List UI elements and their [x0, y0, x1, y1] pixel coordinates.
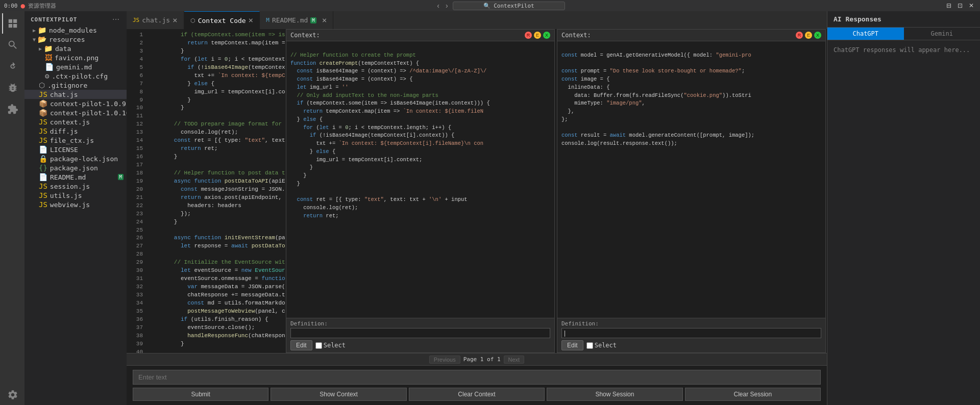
clear-session-button[interactable]: Clear Session	[685, 388, 821, 401]
code-line: 8 img_url = tempContext[i].context;	[127, 88, 285, 96]
code-line: 33 chatResponse += messageData.text;	[127, 291, 285, 299]
definition-2-actions: Edit Select	[561, 340, 821, 350]
panel-2-r-button[interactable]: R	[796, 32, 803, 39]
tree-label-chat-js: chat.js	[50, 91, 78, 98]
sidebar-item-ctx-pilot-cfg[interactable]: ⚙ .ctx-pilot.cfg	[24, 71, 127, 81]
sidebar-item-session-js[interactable]: JS session.js	[24, 182, 127, 191]
sidebar-item-data[interactable]: ▶ 📁 data	[24, 44, 127, 53]
select-2-checkbox[interactable]	[586, 342, 593, 349]
activity-settings[interactable]	[2, 385, 22, 405]
vsix-icon: 📦	[39, 109, 47, 117]
tree-label-gemini-md: gemini.md	[56, 63, 92, 71]
context-panel-1-title: Context:	[290, 32, 320, 39]
ai-tabs: ChatGPT Gemini	[827, 28, 980, 40]
js-icon: JS	[39, 90, 47, 98]
sidebar-item-package-json[interactable]: {} package.json	[24, 163, 127, 172]
sidebar-item-license[interactable]: 📄 LICENSE	[24, 145, 127, 154]
sidebar-item-file-ctx-js[interactable]: JS file_ctx.js	[24, 136, 127, 145]
code-line: 31 eventSource.onmessage = function (eve…	[127, 275, 285, 283]
js-icon: JS	[39, 127, 47, 135]
context-panel-1-code[interactable]: // Helper function to create the prompt …	[286, 41, 554, 318]
code-line: 38 handleResponseFunc(chatResponse, chat…	[127, 332, 285, 340]
edit-2-button[interactable]: Edit	[561, 340, 583, 350]
show-context-button[interactable]: Show Context	[271, 388, 406, 401]
sidebar-item-chat-js[interactable]: JS chat.js	[24, 90, 127, 99]
sidebar-item-context-pilot-1010[interactable]: 📦 context-pilot-1.0.10.vsix	[24, 108, 127, 117]
code-line: 22 headers: headers	[127, 202, 285, 210]
definition-1-input[interactable]	[290, 328, 550, 338]
sidebar-item-gitignore[interactable]: ⬡ .gitignore	[24, 81, 127, 90]
code-line: 4 for (let i = 0; i < tempContext.length…	[127, 56, 285, 64]
sidebar-item-node_modules[interactable]: ▶ 📁 node_modules	[24, 26, 127, 35]
code-line: 15 return ret;	[127, 145, 285, 153]
sidebar-item-webview-js[interactable]: JS webview.js	[24, 200, 127, 209]
context-panel-2-code[interactable]: const model = genAI.getGenerativeModel({…	[557, 41, 825, 318]
sidebar-item-readme-md[interactable]: 📄 README.md M	[24, 172, 127, 182]
select-2-label: Select	[595, 342, 617, 349]
code-line: 34 const md = utils.formatMarkdown(chatR…	[127, 299, 285, 308]
code-panel-main[interactable]: 1 if (tempContext.some(item => isBase64I…	[127, 29, 285, 353]
titlebar-right: ⊟ ⊡ ✕	[944, 2, 976, 10]
js-icon: JS	[39, 136, 47, 144]
panel-1-buttons: R E X	[525, 32, 550, 39]
code-line: 39 }	[127, 340, 285, 348]
source-control-icon	[7, 61, 18, 72]
previous-page-button[interactable]: Previous	[429, 356, 460, 364]
tab-close-chat-js[interactable]: ×	[173, 16, 178, 24]
edit-1-button[interactable]: Edit	[290, 340, 312, 350]
panel-1-r-button[interactable]: R	[525, 32, 532, 39]
ai-tab-gemini[interactable]: Gemini	[904, 28, 981, 40]
sidebar-item-utils-js[interactable]: JS utils.js	[24, 191, 127, 200]
text-input[interactable]	[133, 370, 821, 385]
sidebar-actions: ⋯	[111, 15, 120, 23]
sidebar-item-gemini-md[interactable]: 📄 gemini.md	[24, 62, 127, 71]
sidebar-item-resources[interactable]: ▼ 📂 resources	[24, 35, 127, 44]
tab-close-readme-md[interactable]: ×	[322, 16, 327, 24]
definition-2-label: Definition:	[561, 320, 821, 327]
nav-forward-button[interactable]: ›	[444, 2, 450, 10]
window-close-button[interactable]: ✕	[967, 2, 976, 10]
next-page-button[interactable]: Next	[504, 356, 525, 364]
panel-1-x-button[interactable]: X	[543, 32, 550, 39]
panel-1-e-button[interactable]: E	[534, 32, 541, 39]
activity-explorer[interactable]	[2, 13, 22, 34]
ai-tab-chatgpt[interactable]: ChatGPT	[827, 28, 904, 40]
code-line: 35 postMessageToWebview(panel, command, …	[127, 308, 285, 316]
sidebar-item-package-lock[interactable]: 🔒 package-lock.json	[24, 154, 127, 163]
show-session-button[interactable]: Show Session	[547, 388, 682, 401]
tab-context-code[interactable]: ⬡ Context Code ×	[184, 11, 260, 29]
activity-source-control[interactable]	[2, 56, 22, 77]
definition-2-input[interactable]	[561, 328, 821, 338]
tab-chat-js[interactable]: JS chat.js ×	[127, 11, 184, 29]
activity-debug[interactable]	[2, 78, 22, 98]
activity-search[interactable]	[2, 35, 22, 55]
sidebar-item-favicon[interactable]: 🖼 favicon.png	[24, 53, 127, 62]
panel-2-x-button[interactable]: X	[814, 32, 821, 39]
window-maximize-button[interactable]: ⊡	[955, 2, 965, 10]
select-1-checkbox[interactable]	[315, 342, 322, 349]
code-line: 21 return axios.post(apiEndpoint, { mess…	[127, 194, 285, 202]
tab-js-icon: JS	[133, 17, 139, 23]
sidebar-item-context-pilot-109[interactable]: 📦 context-pilot-1.0.9.vsix	[24, 99, 127, 108]
tab-readme-md[interactable]: M README.md M ×	[260, 11, 333, 29]
tree-label-package-json: package.json	[50, 164, 98, 172]
explorer-icon	[7, 18, 18, 29]
panel-2-e-button[interactable]: E	[805, 32, 812, 39]
nav-back-button[interactable]: ‹	[435, 2, 441, 10]
clear-context-button[interactable]: Clear Context	[409, 388, 545, 401]
titlebar-search-box[interactable]: 🔍 ContextPilot	[453, 2, 565, 10]
sidebar-item-diff-js[interactable]: JS diff.js	[24, 126, 127, 136]
tab-modified-badge: M	[310, 17, 316, 23]
sidebar-more-button[interactable]: ⋯	[111, 15, 120, 23]
code-line: 29 // Initialize the EventSource with th…	[127, 259, 285, 267]
window-minimize-button[interactable]: ⊟	[944, 2, 953, 10]
tab-label-context-code: Context Code	[198, 17, 246, 24]
activity-extensions[interactable]	[2, 99, 22, 119]
titlebar-app-label: 资源管理器	[28, 2, 56, 10]
code-line: 10 }	[127, 104, 285, 112]
search-icon	[7, 39, 18, 50]
sidebar-item-context-js[interactable]: JS context.js	[24, 117, 127, 126]
tab-close-context-code[interactable]: ×	[249, 16, 254, 24]
submit-button[interactable]: Submit	[133, 388, 268, 401]
image-icon: 🖼	[45, 54, 52, 62]
